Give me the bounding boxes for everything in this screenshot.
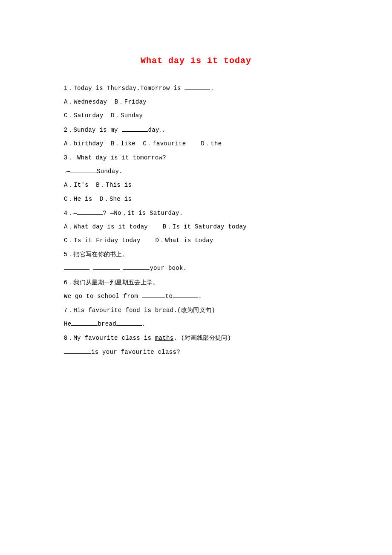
q6-blank-1 [142, 292, 165, 298]
q6-text: 我们从星期一到星期五去上学。 [73, 279, 159, 286]
q5-answer-line: your book. [64, 261, 328, 275]
q3-dash: — [66, 168, 70, 175]
q3-options-1: A．It's B．This is [64, 178, 328, 192]
q6-answer-mid: to [165, 293, 173, 300]
q5-number: 5． [64, 251, 73, 257]
q8-text-before: My favourite class is [73, 335, 155, 341]
q1-options-2: C．Saturday D．Sunday [64, 109, 328, 122]
q5-answer-after: your book. [150, 265, 187, 272]
q2-blank [122, 126, 148, 132]
q3-text: —What day is it tomorrow? [73, 154, 166, 161]
q8-number: 8． [64, 334, 73, 341]
q6-blank-2 [173, 292, 198, 298]
q1-blank [184, 84, 210, 90]
q1-number: 1． [64, 84, 73, 91]
q3-text-after: Sunday. [97, 168, 123, 175]
q7-answer-mid: bread [98, 321, 116, 327]
q5-blank-2 [93, 264, 120, 270]
q5-blank-3 [123, 264, 150, 270]
q5-text: 把它写在你的书上。 [73, 251, 128, 258]
worksheet-title: What day is it today [64, 51, 328, 71]
q4-stem: 4．—? —No，it is Saturday. [64, 206, 328, 220]
q6-answer-before: We go to school from [64, 293, 142, 300]
q7-blank-2 [116, 320, 142, 326]
q1-text-after: . [210, 85, 214, 92]
q3-blank [70, 167, 97, 173]
q4-qmark: ? —No，it is Saturday. [103, 210, 183, 217]
q7-text: His favourite food is bread.(改为同义句) [73, 307, 215, 314]
q6-answer-after: . [198, 293, 202, 300]
q2-text-after: day [148, 127, 159, 133]
q6-stem: 6．我们从星期一到星期五去上学。 [64, 275, 328, 289]
q6-answer-line: We go to school from to. [64, 289, 328, 303]
q4-blank [77, 209, 103, 215]
q8-stem: 8．My favourite class is maths. (对画线部分提问) [64, 331, 328, 345]
q3-answer-line: .—Sunday. [64, 165, 328, 178]
q7-answer-line: Hebread. [64, 317, 328, 331]
q2-text-before: Sunday is my [73, 127, 121, 133]
q5-stem: 5．把它写在你的书上。 [64, 247, 328, 261]
q7-answer-after: . [142, 321, 146, 327]
q7-number: 7． [64, 306, 73, 313]
q1-stem: 1．Today is Thursday.Tomorrow is . [64, 81, 328, 95]
q7-stem: 7．His favourite food is bread.(改为同义句) [64, 303, 328, 317]
q8-text-after: . (对画线部分提问) [173, 335, 231, 341]
q8-answer-after: is your favourite class? [91, 349, 180, 356]
q4-dash-before: — [73, 210, 77, 217]
q3-options-2: C．He is D．She is [64, 192, 328, 206]
q8-answer-line: is your favourite class? [64, 345, 328, 359]
q2-stem: 2．Sunday is my day.. [64, 123, 328, 137]
q6-number: 6． [64, 279, 73, 286]
q8-underlined: maths [155, 335, 174, 341]
q7-blank-1 [71, 320, 98, 326]
q1-text-before: Today is Thursday.Tomorrow is [73, 85, 184, 92]
q2-number: 2． [64, 126, 73, 133]
q5-blank-1 [64, 264, 89, 270]
q7-answer-before: He [64, 321, 71, 327]
q3-number: 3． [64, 154, 73, 161]
q2-options: A．birthday B．like C．favourite D．the [64, 137, 328, 150]
q4-options-1: A．What day is it today B．Is it Saturday … [64, 220, 328, 234]
q4-number: 4． [64, 209, 73, 216]
q1-options-1: A．Wednesday B．Friday [64, 95, 328, 109]
q3-stem: 3．—What day is it tomorrow? [64, 150, 328, 165]
q4-options-2: C．Is it Friday today D．What is today [64, 234, 328, 247]
q8-blank [64, 348, 91, 354]
